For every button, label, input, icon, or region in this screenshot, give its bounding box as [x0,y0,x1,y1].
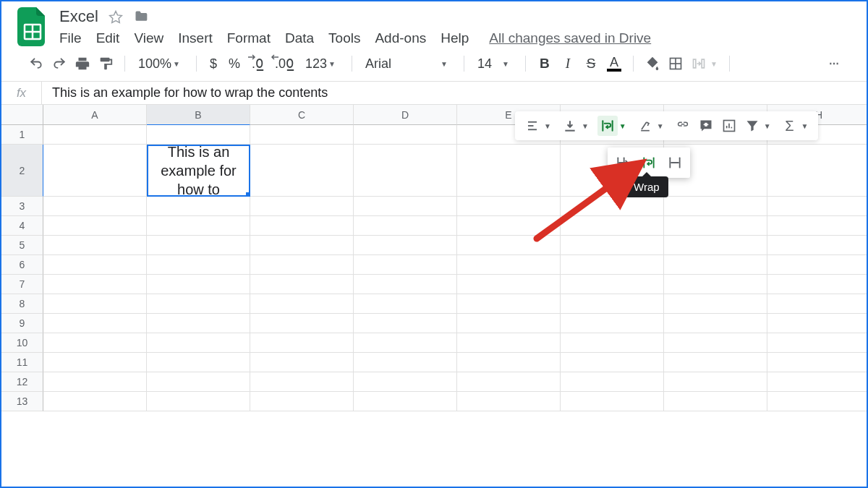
cell-B13[interactable] [147,392,250,411]
cell-G8[interactable] [664,294,767,314]
insert-comment-button[interactable] [696,116,716,136]
cell-E11[interactable] [457,353,561,372]
cell-H4[interactable] [767,216,868,236]
cell-H9[interactable] [767,314,868,333]
row-header-6[interactable]: 6 [1,255,43,275]
cell-G13[interactable] [664,392,767,411]
col-header-D[interactable]: D [354,105,457,125]
cell-B11[interactable] [147,353,250,372]
cell-B6[interactable] [147,255,250,275]
cell-C12[interactable] [250,372,354,392]
cell-G3[interactable] [664,197,767,216]
cell-C11[interactable] [250,353,354,372]
cell-G5[interactable] [664,236,767,255]
cell-E12[interactable] [457,372,561,392]
cell-C1[interactable] [250,125,354,145]
cell-D1[interactable] [354,125,457,145]
doc-title[interactable]: Excel [59,7,98,26]
cell-B8[interactable] [147,294,250,314]
cell-E7[interactable] [457,275,561,294]
cell-B1[interactable] [147,125,250,145]
cell-G4[interactable] [664,216,767,236]
cell-D9[interactable] [354,314,457,333]
wrap-option-overflow[interactable] [612,152,634,174]
cell-A3[interactable] [43,197,147,216]
cell-E9[interactable] [457,314,561,333]
active-cell[interactable]: This is an example for how to [147,145,250,197]
fill-handle[interactable] [246,192,250,197]
cell-C4[interactable] [250,216,354,236]
cell-E3[interactable] [457,197,561,216]
menu-tools[interactable]: Tools [328,30,360,46]
cell-A1[interactable] [43,125,147,145]
cell-F4[interactable] [561,216,664,236]
cell-F7[interactable] [561,275,664,294]
cell-F10[interactable] [561,333,664,353]
text-wrap-button[interactable] [597,116,618,136]
menu-edit[interactable]: Edit [96,30,120,46]
row-header-10[interactable]: 10 [1,333,43,353]
horizontal-align-button[interactable] [522,116,542,136]
row-header-3[interactable]: 3 [1,197,43,216]
cell-H7[interactable] [767,275,868,294]
select-all-corner[interactable] [1,105,43,125]
cell-H12[interactable] [767,372,868,392]
wrap-option-clip[interactable] [664,152,686,174]
cell-D4[interactable] [354,216,457,236]
row-header-7[interactable]: 7 [1,275,43,294]
wrap-option-wrap[interactable] [638,152,660,174]
save-status[interactable]: All changes saved in Drive [489,30,651,46]
cell-C8[interactable] [250,294,354,314]
cell-A11[interactable] [43,353,147,372]
cell-C9[interactable] [250,314,354,333]
cell-E6[interactable] [457,255,561,275]
borders-button[interactable] [665,53,686,74]
cell-B5[interactable] [147,236,250,255]
paint-format-button[interactable] [95,53,116,74]
number-format-dropdown[interactable]: 123▼ [301,56,343,72]
cell-A2[interactable] [43,145,147,197]
row-header-1[interactable]: 1 [1,125,43,145]
menu-file[interactable]: File [59,30,82,46]
cell-A9[interactable] [43,314,147,333]
cell-A12[interactable] [43,372,147,392]
decrease-decimal-button[interactable]: .0̲ [247,56,268,72]
row-header-2[interactable]: 2 [1,145,43,197]
text-color-button[interactable]: A [604,53,624,74]
cell-G9[interactable] [664,314,767,333]
cell-B7[interactable] [147,275,250,294]
cell-D13[interactable] [354,392,457,411]
cell-F6[interactable] [561,255,664,275]
cell-D2[interactable] [354,145,457,197]
cell-F5[interactable] [561,236,664,255]
cell-G7[interactable] [664,275,767,294]
col-header-A[interactable]: A [43,105,147,125]
cell-E4[interactable] [457,216,561,236]
cell-F3[interactable] [561,197,664,216]
cell-B4[interactable] [147,216,250,236]
cell-H2[interactable] [767,145,868,197]
cell-A8[interactable] [43,294,147,314]
cell-G10[interactable] [664,333,767,353]
print-button[interactable] [72,53,93,74]
cell-G6[interactable] [664,255,767,275]
sheets-logo[interactable] [17,7,48,46]
font-size-dropdown[interactable]: 14▼ [473,56,516,72]
cell-A10[interactable] [43,333,147,353]
cell-C6[interactable] [250,255,354,275]
menu-addons[interactable]: Add-ons [375,30,426,46]
cell-H6[interactable] [767,255,868,275]
functions-button[interactable]: Σ [780,116,800,136]
cell-D10[interactable] [354,333,457,353]
star-icon[interactable] [109,9,123,24]
italic-button[interactable]: I [558,53,578,74]
strikethrough-button[interactable]: S [581,53,601,74]
menu-insert[interactable]: Insert [178,30,213,46]
menu-view[interactable]: View [134,30,163,46]
fill-color-button[interactable] [642,53,663,74]
cell-F9[interactable] [561,314,664,333]
cell-D11[interactable] [354,353,457,372]
percent-button[interactable]: % [224,56,244,72]
cell-E2[interactable] [457,145,561,197]
formula-input[interactable]: This is an example for how to wrap the c… [42,82,867,104]
